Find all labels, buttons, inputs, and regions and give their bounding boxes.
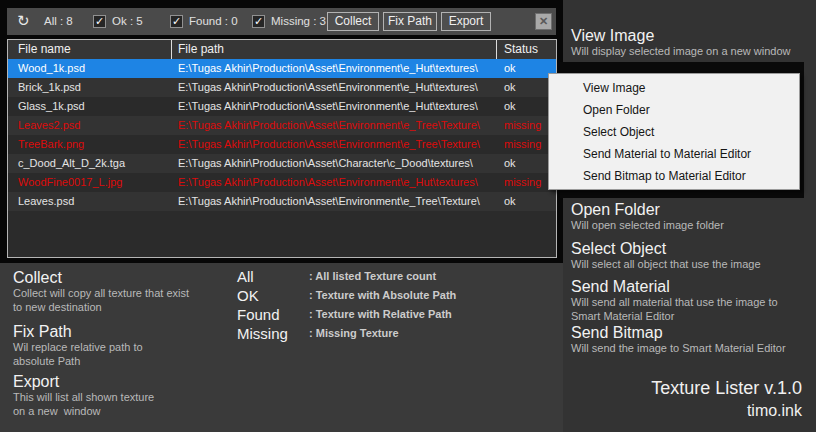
table-row[interactable]: c_Dood_Alt_D_2k.tga E:\Tugas Akhir\Produ…: [8, 154, 556, 173]
ok-count-label: Ok : 5: [112, 15, 143, 27]
status-legend: All : All listed Texture count OK : Text…: [237, 267, 456, 343]
table-row[interactable]: Glass_1k.psd E:\Tugas Akhir\Production\A…: [8, 97, 556, 116]
menu-item-open-folder[interactable]: Open Folder: [549, 99, 799, 121]
collect-help-desc: Collect will copy all texture that exist…: [13, 287, 189, 314]
desc-line: This will list all shown texture: [13, 391, 154, 403]
table-row[interactable]: Wood_1k.psd E:\Tugas Akhir\Production\As…: [8, 59, 556, 78]
open-folder-help-desc: Will open selected image folder: [571, 219, 816, 233]
file-name-cell: Leaves.psd: [8, 192, 172, 211]
texture-table: File name File path Status Wood_1k.psd E…: [7, 39, 557, 258]
texture-lister-app: ↻ All : 8 ✓ Ok : 5 ✓ Found : 0 ✓ Missing…: [0, 0, 816, 432]
menu-item-select-object[interactable]: Select Object: [549, 121, 799, 143]
export-help-desc: This will list all shown textureon a new…: [13, 391, 154, 418]
fix-path-help: Fix Path Wil replace relative path toabs…: [13, 323, 143, 368]
collect-button[interactable]: Collect: [327, 12, 379, 31]
menu-item-send-bitmap[interactable]: Send Bitmap to Material Editor: [549, 165, 799, 187]
desc-line: Smart Material Editor: [571, 310, 674, 322]
select-object-help-title: Select Object: [571, 240, 816, 258]
missing-count-label: Missing : 3: [271, 15, 326, 27]
view-image-help: View Image Will display selected image o…: [571, 27, 816, 59]
file-path-cell: E:\Tugas Akhir\Production\Asset\Environm…: [172, 135, 497, 154]
table-header: File name File path Status: [8, 40, 556, 59]
table-row[interactable]: WoodFine0017_L.jpg E:\Tugas Akhir\Produc…: [8, 173, 556, 192]
file-name-cell: WoodFine0017_L.jpg: [8, 173, 172, 192]
toolbar: ↻ All : 8 ✓ Ok : 5 ✓ Found : 0 ✓ Missing…: [7, 8, 556, 35]
legend-term: Missing: [237, 324, 309, 343]
file-path-cell: E:\Tugas Akhir\Production\Asset\Environm…: [172, 59, 497, 78]
view-image-help-desc: Will display selected image on a new win…: [571, 45, 816, 59]
found-count-label: Found : 0: [189, 15, 238, 27]
select-object-help-desc: Will select all object that use the imag…: [571, 258, 816, 272]
desc-line: Will send all material that use the imag…: [571, 296, 778, 308]
menu-item-send-material[interactable]: Send Material to Material Editor: [549, 143, 799, 165]
context-menu: View Image Open Folder Select Object Sen…: [548, 73, 800, 190]
export-button[interactable]: Export: [441, 12, 491, 31]
file-path-cell: E:\Tugas Akhir\Production\Asset\Environm…: [172, 192, 497, 211]
file-path-cell: E:\Tugas Akhir\Production\Asset\Environm…: [172, 78, 497, 97]
send-material-help-title: Send Material: [571, 278, 816, 296]
send-bitmap-help-desc: Will send the image to Smart Material Ed…: [571, 342, 816, 356]
file-name-cell: Glass_1k.psd: [8, 97, 172, 116]
desc-line: to new destination: [13, 301, 102, 313]
send-bitmap-help-title: Send Bitmap: [571, 324, 816, 342]
file-name-cell: Brick_1k.psd: [8, 78, 172, 97]
lister-window: ↻ All : 8 ✓ Ok : 5 ✓ Found : 0 ✓ Missing…: [0, 0, 563, 263]
app-title: Texture Lister v.1.0: [560, 376, 802, 400]
open-folder-help: Open Folder Will open selected image fol…: [571, 201, 816, 233]
legend-def: : All listed Texture count: [309, 267, 456, 286]
fix-path-help-desc: Wil replace relative path toabsolute Pat…: [13, 341, 143, 368]
legend-def: : Texture with Relative Path: [309, 305, 456, 324]
file-path-cell: E:\Tugas Akhir\Production\Asset\Characte…: [172, 154, 497, 173]
legend-term: Found: [237, 305, 309, 324]
column-header-status[interactable]: Status: [497, 40, 556, 59]
select-object-help: Select Object Will select all object tha…: [571, 240, 816, 272]
open-folder-help-title: Open Folder: [571, 201, 816, 219]
desc-line: Wil replace relative path to: [13, 341, 143, 353]
send-material-help-desc: Will send all material that use the imag…: [571, 296, 816, 323]
file-name-cell: Leaves2.psd: [8, 116, 172, 135]
desc-line: absolute Path: [13, 355, 80, 367]
desc-line: on a new window: [13, 405, 100, 417]
menu-item-view-image[interactable]: View Image: [549, 77, 799, 99]
file-name-cell: c_Dood_Alt_D_2k.tga: [8, 154, 172, 173]
legend-def: : Texture with Absolute Path: [309, 286, 456, 305]
file-path-cell: E:\Tugas Akhir\Production\Asset\Environm…: [172, 116, 497, 135]
legend-term: All: [237, 267, 309, 286]
column-header-file-path[interactable]: File path: [172, 40, 497, 59]
file-name-cell: TreeBark.png: [8, 135, 172, 154]
status-cell: ok: [497, 192, 556, 211]
send-bitmap-help: Send Bitmap Will send the image to Smart…: [571, 324, 816, 356]
close-icon[interactable]: ✕: [535, 13, 552, 30]
refresh-icon[interactable]: ↻: [17, 12, 30, 30]
fix-path-button[interactable]: Fix Path: [383, 12, 437, 31]
desc-line: Collect will copy all texture that exist: [13, 287, 189, 299]
all-count-label: All : 8: [44, 15, 73, 27]
app-author: timo.ink: [560, 400, 802, 421]
send-material-help: Send Material Will send all material tha…: [571, 278, 816, 323]
file-path-cell: E:\Tugas Akhir\Production\Asset\Environm…: [172, 173, 497, 192]
collect-help: Collect Collect will copy all texture th…: [13, 269, 189, 314]
missing-checkbox[interactable]: ✓: [252, 15, 265, 28]
file-name-cell: Wood_1k.psd: [8, 59, 172, 78]
table-row[interactable]: Brick_1k.psd E:\Tugas Akhir\Production\A…: [8, 78, 556, 97]
table-row[interactable]: TreeBark.png E:\Tugas Akhir\Production\A…: [8, 135, 556, 154]
column-header-file-name[interactable]: File name: [8, 40, 172, 59]
table-row[interactable]: Leaves.psd E:\Tugas Akhir\Production\Ass…: [8, 192, 556, 211]
legend-def: : Missing Texture: [309, 324, 456, 343]
app-credit: Texture Lister v.1.0 timo.ink: [560, 376, 802, 421]
table-row[interactable]: Leaves2.psd E:\Tugas Akhir\Production\As…: [8, 116, 556, 135]
file-path-cell: E:\Tugas Akhir\Production\Asset\Environm…: [172, 97, 497, 116]
export-help-title: Export: [13, 373, 154, 391]
ok-checkbox[interactable]: ✓: [93, 15, 106, 28]
legend-term: OK: [237, 286, 309, 305]
fix-path-help-title: Fix Path: [13, 323, 143, 341]
view-image-help-title: View Image: [571, 27, 816, 45]
found-checkbox[interactable]: ✓: [170, 15, 183, 28]
export-help: Export This will list all shown textureo…: [13, 373, 154, 418]
collect-help-title: Collect: [13, 269, 189, 287]
